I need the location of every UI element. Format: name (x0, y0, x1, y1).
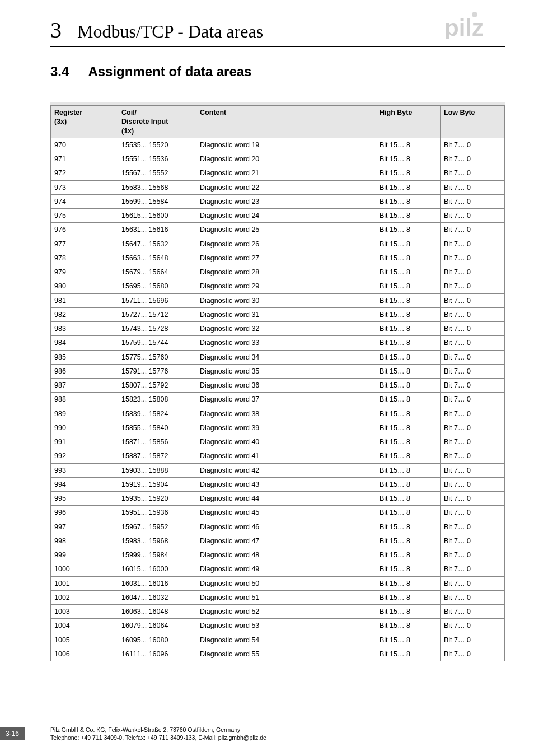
cell-reg: 976 (51, 223, 118, 237)
table-row: 97315583... 15568Diagnostic word 22Bit 1… (51, 180, 505, 194)
table-row: 99815983... 15968Diagnostic word 47Bit 1… (51, 534, 505, 548)
table-row: 100616111... 16096Diagnostic word 55Bit … (51, 647, 505, 661)
cell-reg: 1000 (51, 562, 118, 576)
cell-high: Bit 15… 8 (376, 209, 441, 223)
cell-reg: 1006 (51, 647, 118, 661)
cell-coil: 15551... 15536 (118, 152, 196, 166)
cell-reg: 990 (51, 421, 118, 435)
cell-coil: 15695... 15680 (118, 279, 196, 293)
cell-content: Diagnostic word 21 (196, 166, 376, 180)
cell-high: Bit 15… 8 (376, 477, 441, 491)
cell-coil: 15583... 15568 (118, 180, 196, 194)
table-row: 100416079... 16064Diagnostic word 53Bit … (51, 619, 505, 633)
cell-coil: 15615... 15600 (118, 209, 196, 223)
cell-coil: 15983... 15968 (118, 534, 196, 548)
table-row: 98415759... 15744Diagnostic word 33Bit 1… (51, 336, 505, 350)
cell-content: Diagnostic word 51 (196, 590, 376, 604)
cell-content: Diagnostic word 50 (196, 576, 376, 590)
cell-low: Bit 7… 0 (441, 180, 505, 194)
section-number: 3.4 (50, 64, 69, 80)
th-content: Content (196, 106, 376, 138)
cell-high: Bit 15… 8 (376, 605, 441, 619)
cell-low: Bit 7… 0 (441, 407, 505, 421)
cell-reg: 1001 (51, 576, 118, 590)
cell-high: Bit 15… 8 (376, 251, 441, 265)
cell-content: Diagnostic word 41 (196, 449, 376, 463)
cell-low: Bit 7… 0 (441, 265, 505, 279)
cell-content: Diagnostic word 52 (196, 605, 376, 619)
cell-low: Bit 7… 0 (441, 166, 505, 180)
cell-high: Bit 15… 8 (376, 619, 441, 633)
cell-reg: 994 (51, 477, 118, 491)
table-row: 98815823... 15808Diagnostic word 37Bit 1… (51, 393, 505, 407)
table-row: 98615791... 15776Diagnostic word 35Bit 1… (51, 364, 505, 378)
cell-reg: 986 (51, 364, 118, 378)
cell-coil: 15631... 15616 (118, 223, 196, 237)
cell-reg: 1005 (51, 633, 118, 647)
cell-low: Bit 7… 0 (441, 279, 505, 293)
cell-low: Bit 7… 0 (441, 590, 505, 604)
table-row: 99215887... 15872Diagnostic word 41Bit 1… (51, 449, 505, 463)
cell-low: Bit 7… 0 (441, 562, 505, 576)
cell-low: Bit 7… 0 (441, 633, 505, 647)
cell-content: Diagnostic word 24 (196, 209, 376, 223)
cell-reg: 989 (51, 407, 118, 421)
cell-reg: 992 (51, 449, 118, 463)
cell-coil: 15663... 15648 (118, 251, 196, 265)
cell-content: Diagnostic word 19 (196, 138, 376, 152)
data-table: Register (3x) Coil/ Discrete Input (1x) … (50, 105, 505, 661)
cell-reg: 981 (51, 293, 118, 307)
cell-high: Bit 15… 8 (376, 350, 441, 364)
cell-coil: 15567... 15552 (118, 166, 196, 180)
cell-reg: 995 (51, 492, 118, 506)
cell-content: Diagnostic word 48 (196, 548, 376, 562)
cell-coil: 15807... 15792 (118, 379, 196, 393)
cell-content: Diagnostic word 22 (196, 180, 376, 194)
cell-reg: 980 (51, 279, 118, 293)
cell-coil: 15743... 15728 (118, 322, 196, 336)
table-row: 97515615... 15600Diagnostic word 24Bit 1… (51, 209, 505, 223)
cell-reg: 1002 (51, 590, 118, 604)
cell-coil: 16111... 16096 (118, 647, 196, 661)
cell-content: Diagnostic word 33 (196, 336, 376, 350)
table-row: 98915839... 15824Diagnostic word 38Bit 1… (51, 407, 505, 421)
cell-low: Bit 7… 0 (441, 619, 505, 633)
table-row: 97215567... 15552Diagnostic word 21Bit 1… (51, 166, 505, 180)
th-low: Low Byte (441, 106, 505, 138)
cell-high: Bit 15… 8 (376, 407, 441, 421)
cell-high: Bit 15… 8 (376, 534, 441, 548)
cell-content: Diagnostic word 32 (196, 322, 376, 336)
cell-high: Bit 15… 8 (376, 449, 441, 463)
cell-content: Diagnostic word 28 (196, 265, 376, 279)
cell-low: Bit 7… 0 (441, 223, 505, 237)
cell-low: Bit 7… 0 (441, 350, 505, 364)
cell-high: Bit 15… 8 (376, 463, 441, 477)
table-row: 99115871... 15856Diagnostic word 40Bit 1… (51, 435, 505, 449)
cell-high: Bit 15… 8 (376, 590, 441, 604)
cell-high: Bit 15… 8 (376, 492, 441, 506)
cell-content: Diagnostic word 34 (196, 350, 376, 364)
cell-content: Diagnostic word 31 (196, 307, 376, 321)
cell-coil: 15679... 15664 (118, 265, 196, 279)
table-row: 99315903... 15888Diagnostic word 42Bit 1… (51, 463, 505, 477)
cell-reg: 998 (51, 534, 118, 548)
table-row: 99715967... 15952Diagnostic word 46Bit 1… (51, 520, 505, 534)
cell-low: Bit 7… 0 (441, 520, 505, 534)
cell-reg: 975 (51, 209, 118, 223)
cell-coil: 16079... 16064 (118, 619, 196, 633)
chapter-title: Modbus/TCP - Data areas (77, 21, 263, 42)
cell-low: Bit 7… 0 (441, 605, 505, 619)
cell-content: Diagnostic word 45 (196, 506, 376, 520)
cell-content: Diagnostic word 37 (196, 393, 376, 407)
cell-content: Diagnostic word 42 (196, 463, 376, 477)
cell-coil: 15823... 15808 (118, 393, 196, 407)
cell-high: Bit 15… 8 (376, 152, 441, 166)
footer-line2: Telephone: +49 711 3409-0, Telefax: +49 … (50, 734, 266, 741)
cell-low: Bit 7… 0 (441, 492, 505, 506)
cell-coil: 15599... 15584 (118, 194, 196, 208)
table-row: 97615631... 15616Diagnostic word 25Bit 1… (51, 223, 505, 237)
cell-reg: 971 (51, 152, 118, 166)
cell-low: Bit 7… 0 (441, 209, 505, 223)
cell-coil: 16031... 16016 (118, 576, 196, 590)
cell-content: Diagnostic word 35 (196, 364, 376, 378)
